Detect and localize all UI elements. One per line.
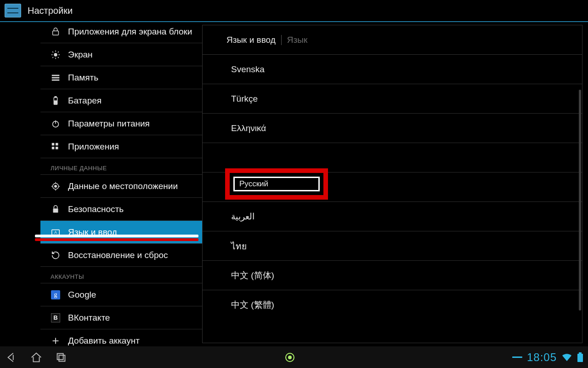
language-label: Svenska xyxy=(231,64,265,75)
scrollbar[interactable] xyxy=(579,58,581,337)
sidebar-item-backup-reset[interactable]: Восстановление и сброс xyxy=(40,244,202,267)
power-icon xyxy=(51,119,61,129)
language-option[interactable]: Українська xyxy=(203,172,582,202)
svg-line-9 xyxy=(58,52,59,52)
svg-line-7 xyxy=(58,57,59,58)
sidebar-item-display[interactable]: Экран xyxy=(40,43,202,66)
system-nav-bar: 18:05 xyxy=(0,346,588,368)
svg-rect-21 xyxy=(56,147,58,150)
breadcrumb-main[interactable]: Язык и ввод xyxy=(226,35,276,45)
language-label: Українська xyxy=(231,182,275,192)
google-icon: g xyxy=(51,290,61,300)
settings-sidebar: Приложения для экрана блоки Экран Память… xyxy=(0,22,202,346)
sidebar-item-label: Google xyxy=(68,290,96,300)
sidebar-item-lockscreen-apps[interactable]: Приложения для экрана блоки xyxy=(40,22,202,43)
sidebar-item-label: Память xyxy=(68,73,98,83)
breadcrumb: Язык и ввод Язык xyxy=(203,25,582,55)
sidebar-section-accounts: АККАУНТЫ xyxy=(40,267,202,283)
content-wrapper: Язык и ввод Язык Svenska Türkçe Ελληνικά… xyxy=(202,22,588,346)
language-option[interactable]: ไทย xyxy=(203,231,582,261)
language-label: 中文 (简体) xyxy=(231,270,274,282)
breadcrumb-separator xyxy=(281,35,282,45)
svg-rect-28 xyxy=(53,208,58,213)
sidebar-item-label: Приложения xyxy=(68,142,119,152)
sidebar-item-location[interactable]: Данные о местоположении xyxy=(40,175,202,198)
battery-icon xyxy=(51,96,61,106)
sidebar-item-label: Добавить аккаунт xyxy=(68,336,140,346)
storage-icon xyxy=(51,73,61,83)
svg-rect-35 xyxy=(577,354,583,362)
svg-rect-20 xyxy=(56,143,58,145)
status-clock[interactable]: 18:05 xyxy=(527,351,557,364)
svg-rect-10 xyxy=(52,75,60,76)
language-option[interactable]: العربية xyxy=(203,202,582,231)
sidebar-item-label: Данные о местоположении xyxy=(68,181,178,191)
sidebar-item-power-settings[interactable]: Параметры питания xyxy=(40,112,202,135)
breadcrumb-sub: Язык xyxy=(287,35,307,45)
sidebar-item-label: ВКонтакте xyxy=(68,313,110,323)
svg-rect-11 xyxy=(52,77,60,78)
plus-icon xyxy=(51,336,61,346)
scrollbar-thumb[interactable] xyxy=(579,90,581,310)
sidebar-item-label: Экран xyxy=(68,50,93,60)
sidebar-item-battery[interactable]: Батарея xyxy=(40,89,202,112)
brightness-icon xyxy=(51,50,61,60)
sidebar-item-add-account[interactable]: Добавить аккаунт xyxy=(40,329,202,346)
back-button[interactable] xyxy=(5,351,18,364)
svg-rect-34 xyxy=(59,355,65,361)
wifi-icon[interactable] xyxy=(561,353,572,362)
sidebar-item-label: Батарея xyxy=(68,96,102,106)
sidebar-item-security[interactable]: Безопасность xyxy=(40,198,202,221)
settings-app-icon xyxy=(5,4,21,17)
app-title: Настройки xyxy=(28,6,73,16)
language-option[interactable]: 中文 (简体) xyxy=(203,261,582,290)
sidebar-item-vk-account[interactable]: B ВКонтакте xyxy=(40,306,202,329)
svg-text:A: A xyxy=(54,230,57,234)
svg-line-8 xyxy=(52,57,53,58)
sidebar-item-label: Восстановление и сброс xyxy=(68,250,168,260)
sidebar-item-label: Язык и ввод xyxy=(68,227,117,237)
backup-icon xyxy=(51,250,61,260)
language-option[interactable]: Svenska xyxy=(203,55,582,84)
svg-rect-18 xyxy=(52,143,55,145)
language-option[interactable]: Türkçe xyxy=(203,84,582,114)
sidebar-item-storage[interactable]: Память xyxy=(40,66,202,89)
sidebar-item-apps[interactable]: Приложения xyxy=(40,135,202,158)
language-option[interactable]: Ελληνικά xyxy=(203,114,582,143)
sidebar-item-label: Параметры питания xyxy=(68,119,150,129)
sidebar-item-label: Приложения для экрана блоки xyxy=(68,27,192,37)
language-option-highlighted[interactable]: Русский xyxy=(203,143,582,172)
vk-icon: B xyxy=(51,313,61,323)
svg-rect-12 xyxy=(52,79,60,80)
location-icon xyxy=(51,181,61,191)
sidebar-item-language-input[interactable]: A Язык и ввод xyxy=(40,221,202,244)
sidebar-item-label: Безопасность xyxy=(68,204,124,214)
main-area: Приложения для экрана блоки Экран Память… xyxy=(0,22,588,346)
status-dash xyxy=(512,356,522,358)
security-lock-icon xyxy=(51,204,61,214)
content-panel: Язык и ввод Язык Svenska Türkçe Ελληνικά… xyxy=(202,25,582,343)
svg-point-1 xyxy=(54,53,57,56)
language-label: Ελληνικά xyxy=(231,123,266,133)
svg-rect-36 xyxy=(579,352,582,354)
recent-apps-button[interactable] xyxy=(54,351,68,364)
language-label: 中文 (繁體) xyxy=(231,299,274,311)
language-label: ไทย xyxy=(231,239,247,253)
svg-line-6 xyxy=(52,52,53,52)
title-bar: Настройки xyxy=(0,0,588,21)
svg-rect-19 xyxy=(52,147,55,150)
language-option[interactable]: 中文 (繁體) xyxy=(203,290,582,320)
battery-status-icon[interactable] xyxy=(577,352,583,362)
language-label: Türkçe xyxy=(231,94,258,104)
svg-rect-33 xyxy=(57,353,63,359)
sidebar-item-google-account[interactable]: g Google xyxy=(40,283,202,306)
svg-rect-14 xyxy=(55,96,57,97)
sidebar-section-personal: ЛИЧНЫЕ ДАННЫЕ xyxy=(40,158,202,175)
svg-point-23 xyxy=(55,185,57,187)
keyboard-icon: A xyxy=(51,227,61,237)
apps-icon xyxy=(51,142,61,152)
language-list[interactable]: Svenska Türkçe Ελληνικά Русский Українсь… xyxy=(203,55,582,343)
notification-indicator[interactable] xyxy=(285,353,294,362)
svg-rect-0 xyxy=(53,31,59,35)
home-button[interactable] xyxy=(29,351,43,364)
